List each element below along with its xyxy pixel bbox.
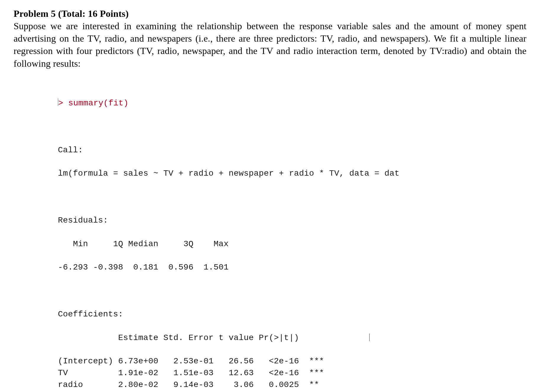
problem-heading: Problem 5 (Total: 16 Points) [14, 8, 526, 19]
call-formula: lm(formula = sales ~ TV + radio + newspa… [58, 168, 526, 179]
r-output-block: > summary(fit) Call: lm(formula = sales … [58, 86, 526, 392]
r-command: > summary(fit) [58, 99, 129, 108]
problem-description: Suppose we are interested in examining t… [14, 20, 526, 70]
residuals-values: -6.293 -0.398 0.181 0.596 1.501 [58, 262, 526, 273]
coefficient-row: (Intercept) 6.73e+00 2.53e-01 26.56 <2e-… [58, 355, 526, 367]
residuals-label: Residuals: [58, 215, 526, 226]
coefficients-label: Coefficients: [58, 308, 526, 320]
coefficient-row: newspaper 1.44e-03 3.30e-03 0.44 0.6617 [58, 391, 526, 392]
coefficient-row: TV 1.91e-02 1.51e-03 12.63 <2e-16 *** [58, 367, 526, 379]
cursor-icon [369, 334, 370, 341]
residuals-header: Min 1Q Median 3Q Max [58, 238, 526, 250]
call-label: Call: [58, 144, 526, 156]
coefficient-row: radio 2.80e-02 9.14e-03 3.06 0.0025 ** [58, 379, 526, 391]
coefficients-header: Estimate Std. Error t value Pr(>|t|) [58, 332, 526, 344]
r-command-line: > summary(fit) [58, 97, 526, 109]
